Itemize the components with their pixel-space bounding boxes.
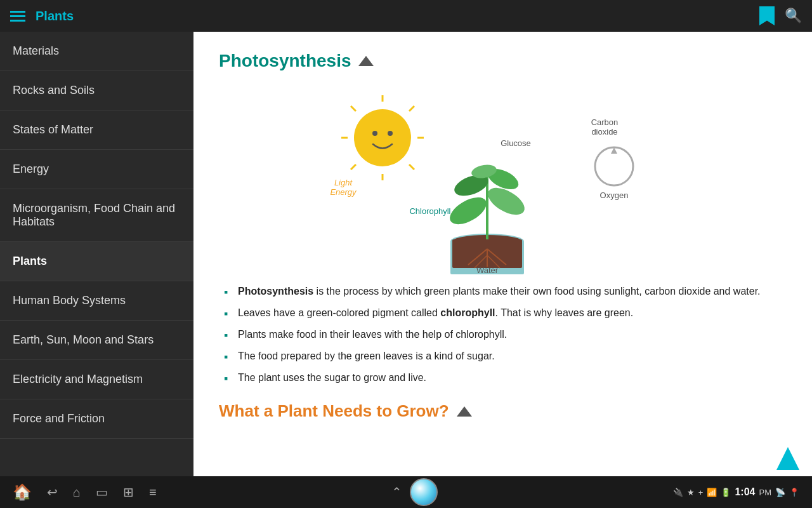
usb-icon: 🔌	[673, 488, 683, 497]
signal-icon: 📶	[707, 488, 717, 497]
svg-line-4	[409, 164, 414, 170]
sidebar-item-microorganism[interactable]: Microorganism, Food Chain and Habitats	[0, 189, 193, 242]
time-display: 1:04	[735, 486, 755, 498]
home-icon[interactable]: 🏠	[13, 483, 32, 501]
sidebar-item-energy[interactable]: Energy	[0, 150, 193, 189]
fact-4: The food prepared by the green leaves is…	[219, 345, 787, 367]
fact-5: The plant uses the sugar to grow and liv…	[219, 367, 787, 389]
chevron-up-icon[interactable]: ⌃	[391, 485, 402, 500]
sidebar-item-rocks-soils[interactable]: Rocks and Soils	[0, 71, 193, 110]
svg-text:Light: Light	[334, 178, 353, 187]
svg-point-28	[445, 192, 490, 230]
svg-text:Oxygen: Oxygen	[599, 190, 628, 200]
svg-text:Energy: Energy	[330, 187, 357, 197]
sidebar-item-force[interactable]: Force and Friction	[0, 399, 193, 439]
photosynthesis-svg: Light Energy Carbon dioxide Oxygen Gluco…	[319, 77, 687, 274]
svg-point-0	[354, 109, 411, 166]
fact-3: Plants make food in their leaves with th…	[219, 324, 787, 345]
up-icon[interactable]: ⌂	[73, 485, 81, 500]
svg-line-2	[409, 106, 414, 111]
am-pm: PM	[759, 488, 771, 497]
content-area: Photosynthesis Li	[193, 32, 812, 476]
svg-line-6	[351, 164, 356, 170]
bookmark-icon[interactable]	[759, 6, 775, 25]
svg-point-10	[388, 131, 393, 136]
svg-text:Glucose: Glucose	[501, 138, 531, 148]
search-icon[interactable]: 🔍	[785, 8, 802, 24]
photosynthesis-title: Photosynthesis	[219, 51, 787, 71]
battery-icon: 🔋	[721, 488, 731, 497]
photosynthesis-facts: Photosynthesis is the process by which g…	[219, 281, 787, 389]
svg-text:Water: Water	[476, 265, 498, 274]
plant-needs-title: What a Plant Needs to Grow?	[219, 401, 787, 421]
sidebar-item-earth-sun[interactable]: Earth, Sun, Moon and Stars	[0, 321, 193, 360]
sidebar-item-materials[interactable]: Materials	[0, 32, 193, 71]
svg-text:Chlorophyll: Chlorophyll	[409, 206, 450, 216]
recents-icon[interactable]: ▭	[96, 485, 108, 500]
sidebar-item-states-matter[interactable]: States of Matter	[0, 110, 193, 150]
sidebar-item-electricity[interactable]: Electricity and Magnetism	[0, 360, 193, 399]
svg-point-9	[372, 131, 377, 136]
star-icon: ★	[687, 488, 695, 497]
app-logo	[410, 478, 438, 506]
sidebar-item-human-body[interactable]: Human Body Systems	[0, 281, 193, 321]
menu-nav-icon[interactable]: ≡	[149, 485, 157, 500]
sidebar-item-plants[interactable]: Plants	[0, 242, 193, 281]
top-bar: Plants 🔍	[0, 0, 812, 32]
photosynthesis-diagram: Light Energy Carbon dioxide Oxygen Gluco…	[319, 77, 687, 274]
fact-1: Photosynthesis is the process by which g…	[219, 281, 787, 302]
svg-text:Carbon: Carbon	[591, 117, 618, 127]
svg-line-8	[351, 106, 356, 111]
bottom-nav: 🏠 ↩ ⌂ ▭ ⊞ ≡ ⌃ 🔌 ★ + 📶 🔋 1:04 PM 📡 📍	[0, 476, 812, 508]
plus-icon: +	[698, 488, 704, 497]
svg-text:dioxide: dioxide	[591, 127, 617, 137]
location-icon: 📍	[789, 488, 799, 497]
back-icon[interactable]: ↩	[47, 485, 58, 500]
app-title: Plants	[36, 9, 74, 23]
sidebar: Materials Rocks and Soils States of Matt…	[0, 32, 193, 476]
collapse-plant-needs-icon[interactable]	[457, 406, 472, 417]
wifi-icon: 📡	[775, 488, 785, 497]
menu-icon[interactable]	[10, 11, 25, 22]
scan-icon[interactable]: ⊞	[123, 485, 134, 500]
collapse-photosynthesis-icon[interactable]	[358, 56, 374, 66]
main-area: Materials Rocks and Soils States of Matt…	[0, 32, 812, 476]
fact-2: Leaves have a green-colored pigment call…	[219, 302, 787, 324]
